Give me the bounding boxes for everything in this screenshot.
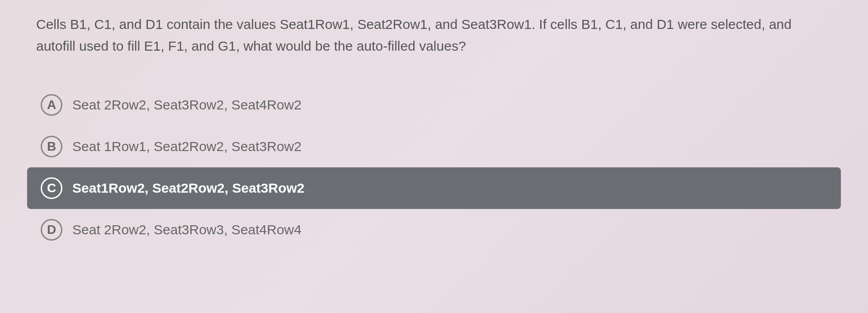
option-text-d: Seat 2Row2, Seat3Row3, Seat4Row4 xyxy=(72,222,302,237)
option-letter-a: A xyxy=(41,94,62,116)
question-container: Cells B1, C1, and D1 contain the values … xyxy=(27,9,841,251)
option-text-c: Seat1Row2, Seat2Row2, Seat3Row2 xyxy=(72,180,305,196)
option-letter-d: D xyxy=(41,219,62,241)
options-list: A Seat 2Row2, Seat3Row2, Seat4Row2 B Sea… xyxy=(27,84,841,251)
option-c[interactable]: C Seat1Row2, Seat2Row2, Seat3Row2 xyxy=(27,167,841,209)
option-d[interactable]: D Seat 2Row2, Seat3Row3, Seat4Row4 xyxy=(27,209,841,251)
option-letter-b: B xyxy=(41,136,62,157)
option-text-b: Seat 1Row1, Seat2Row2, Seat3Row2 xyxy=(72,139,302,154)
question-text: Cells B1, C1, and D1 contain the values … xyxy=(27,9,841,62)
option-b[interactable]: B Seat 1Row1, Seat2Row2, Seat3Row2 xyxy=(27,126,841,167)
option-letter-c: C xyxy=(41,177,62,199)
option-a[interactable]: A Seat 2Row2, Seat3Row2, Seat4Row2 xyxy=(27,84,841,126)
option-text-a: Seat 2Row2, Seat3Row2, Seat4Row2 xyxy=(72,97,302,113)
